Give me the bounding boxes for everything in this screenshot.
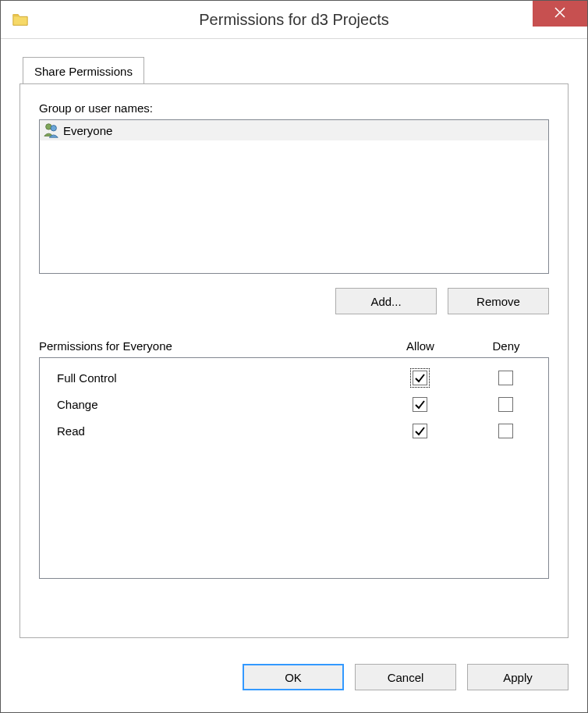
- apply-button[interactable]: Apply: [467, 664, 569, 690]
- close-icon: [554, 7, 565, 20]
- deny-checkbox[interactable]: [498, 424, 513, 438]
- folder-icon: [12, 11, 29, 28]
- permission-row: Read: [40, 417, 548, 444]
- remove-button[interactable]: Remove: [448, 288, 549, 314]
- permission-row: Full Control: [40, 364, 548, 391]
- window-title: Permissions for d3 Projects: [1, 11, 587, 29]
- deny-column-header: Deny: [463, 339, 549, 353]
- deny-checkbox[interactable]: [498, 397, 513, 412]
- permissions-dialog: Permissions for d3 Projects Share Permis…: [0, 0, 588, 713]
- user-name: Everyone: [63, 124, 112, 137]
- allow-checkbox[interactable]: [413, 397, 427, 412]
- svg-point-1: [51, 126, 56, 131]
- permission-label: Full Control: [57, 371, 377, 385]
- tab-panel: Group or user names: Everyone Add... Rem…: [19, 83, 569, 638]
- ok-button[interactable]: OK: [243, 664, 344, 690]
- allow-column-header: Allow: [377, 339, 463, 353]
- client-area: Share Permissions Group or user names: E…: [1, 39, 587, 712]
- deny-checkbox[interactable]: [498, 371, 513, 385]
- permissions-for-label: Permissions for Everyone: [39, 339, 377, 353]
- cancel-button[interactable]: Cancel: [355, 664, 456, 690]
- tab-label: Share Permissions: [34, 65, 133, 78]
- users-list[interactable]: Everyone: [39, 119, 549, 274]
- titlebar[interactable]: Permissions for d3 Projects: [1, 1, 587, 39]
- dialog-buttons: OK Cancel Apply: [243, 664, 569, 690]
- permission-label: Read: [57, 424, 377, 438]
- user-row[interactable]: Everyone: [40, 120, 548, 140]
- add-button[interactable]: Add...: [335, 288, 437, 314]
- group-user-label: Group or user names:: [39, 101, 549, 115]
- close-button[interactable]: [533, 1, 587, 27]
- permission-row: Change: [40, 391, 548, 417]
- permissions-list: Full ControlChangeRead: [39, 357, 549, 579]
- permission-label: Change: [57, 398, 377, 411]
- allow-checkbox[interactable]: [413, 424, 427, 438]
- tab-control: Share Permissions Group or user names: E…: [19, 56, 569, 638]
- users-group-icon: [43, 122, 60, 139]
- allow-checkbox[interactable]: [413, 371, 427, 385]
- tab-share-permissions[interactable]: Share Permissions: [23, 57, 144, 85]
